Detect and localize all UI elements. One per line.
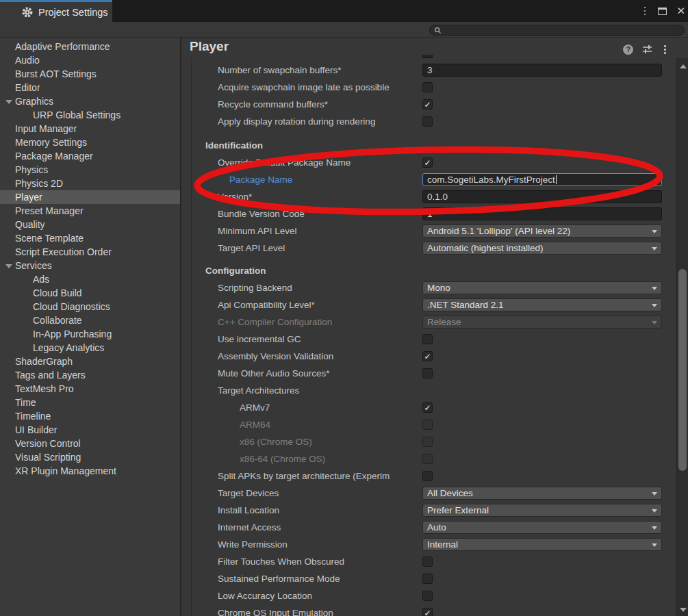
presets-icon[interactable]	[642, 44, 652, 54]
dropdown-caret-icon	[652, 509, 657, 513]
checkbox-unchecked[interactable]	[422, 471, 433, 481]
sidebar-item-tags-and-layers[interactable]: Tags and Layers	[0, 368, 180, 382]
dropdown[interactable]: Mono	[422, 281, 662, 294]
sidebar-item-in-app-purchasing[interactable]: In-App Purchasing	[0, 327, 180, 341]
dropdown-value: Release	[427, 317, 461, 327]
dropdown-value: .NET Standard 2.1	[427, 300, 504, 310]
sidebar-item-xr-plugin-management[interactable]: XR Plugin Management	[0, 464, 180, 478]
setting-row-assembly-version-validation: Assembly Version Validation✓	[192, 348, 674, 365]
sidebar-item-scene-template[interactable]: Scene Template	[0, 231, 180, 245]
dropdown[interactable]: Prefer External	[422, 504, 662, 517]
sidebar-item-preset-manager[interactable]: Preset Manager	[0, 204, 180, 218]
sidebar-item-graphics[interactable]: Graphics	[0, 94, 180, 108]
section-header: Configuration	[205, 262, 421, 279]
setting-row-install-location: Install LocationPrefer External	[192, 502, 674, 519]
sidebar-item-cloud-diagnostics[interactable]: Cloud Diagnostics	[0, 300, 180, 313]
sidebar-item-label: Scene Template	[15, 233, 84, 244]
sidebar-item-label: Cloud Diagnostics	[33, 301, 110, 312]
checkbox-unchecked[interactable]	[422, 368, 433, 378]
text-field[interactable]: 0.1.0	[422, 190, 662, 203]
sidebar-item-label: XR Plugin Management	[15, 465, 116, 476]
checkbox-unchecked[interactable]	[422, 574, 433, 584]
checkbox-unchecked[interactable]	[422, 591, 433, 601]
sidebar-item-shadergraph[interactable]: ShaderGraph	[0, 355, 180, 368]
setting-label: Package Name	[229, 171, 421, 188]
scroll-down-arrow-icon[interactable]	[680, 608, 687, 612]
sidebar-item-script-execution-order[interactable]: Script Execution Order	[0, 245, 180, 259]
sidebar-item-urp-global-settings[interactable]: URP Global Settings	[0, 108, 180, 122]
sidebar-item-ads[interactable]: Ads	[0, 272, 180, 286]
sidebar-item-collaborate[interactable]: Collaborate	[0, 313, 180, 327]
checkbox-unchecked[interactable]	[422, 334, 433, 344]
setting-row-chrome-os-input-emulation: Chrome OS Input Emulation✓	[192, 604, 674, 616]
scroll-up-arrow-icon[interactable]	[680, 64, 687, 68]
sidebar-item-label: Script Execution Order	[15, 246, 112, 257]
tab-project-settings[interactable]: Project Settings	[0, 0, 112, 22]
checkbox-checked[interactable]: ✓	[422, 402, 433, 413]
sidebar-item-ui-builder[interactable]: UI Builder	[0, 423, 180, 437]
sidebar-item-label: ShaderGraph	[15, 356, 73, 367]
sidebar-item-services[interactable]: Services	[0, 259, 180, 272]
setting-row-target-api-level: Target API LevelAutomatic (highest insta…	[192, 240, 674, 257]
sidebar-item-burst-aot-settings[interactable]: Burst AOT Settings	[0, 67, 180, 81]
setting-label: Install Location	[218, 502, 421, 519]
dropdown-caret-icon	[652, 304, 657, 307]
sidebar-item-visual-scripting[interactable]: Visual Scripting	[0, 450, 180, 464]
panel-menu-icon[interactable]	[661, 42, 669, 57]
sidebar-item-label: Time	[15, 397, 36, 408]
setting-label: Number of swapchain buffers*	[218, 62, 421, 79]
sidebar-item-version-control[interactable]: Version Control	[0, 437, 180, 450]
checkbox-checked[interactable]: ✓	[422, 351, 433, 361]
sidebar-item-textmesh-pro[interactable]: TextMesh Pro	[0, 382, 180, 396]
sidebar-item-label: Services	[15, 260, 52, 271]
sidebar-item-label: Adaptive Performance	[15, 41, 110, 52]
sidebar-item-audio[interactable]: Audio	[0, 53, 180, 67]
dropdown[interactable]: .NET Standard 2.1	[422, 298, 662, 311]
sidebar-item-legacy-analytics[interactable]: Legacy Analytics	[0, 341, 180, 355]
text-field[interactable]: 3	[422, 64, 662, 77]
section-header: Identification	[205, 137, 421, 154]
checkbox-unchecked[interactable]	[422, 82, 433, 92]
dropdown[interactable]: Internal	[422, 538, 662, 551]
setting-label: Scripting Backend	[218, 279, 421, 296]
text-field[interactable]: com.SogetiLabs.MyFirstProject	[422, 173, 662, 186]
maximize-button[interactable]	[658, 8, 667, 15]
window-menu-button[interactable]	[641, 4, 649, 18]
checkbox-unchecked[interactable]	[422, 556, 433, 567]
sidebar-item-package-manager[interactable]: Package Manager	[0, 149, 180, 163]
dropdown-caret-icon	[652, 492, 657, 496]
chevron-down-icon[interactable]	[5, 100, 12, 104]
sidebar-item-time[interactable]: Time	[0, 396, 180, 409]
dropdown[interactable]: Automatic (highest installed)	[422, 242, 662, 255]
checkbox-checked[interactable]: ✓	[422, 608, 433, 616]
sidebar-item-player[interactable]: Player	[0, 190, 180, 204]
sidebar-item-cloud-build[interactable]: Cloud Build	[0, 286, 180, 300]
sidebar-item-physics-2d[interactable]: Physics 2D	[0, 177, 180, 190]
sidebar-item-physics[interactable]: Physics	[0, 163, 180, 177]
sidebar-item-timeline[interactable]: Timeline	[0, 409, 180, 423]
close-button[interactable]: ✕	[676, 6, 685, 16]
search-input[interactable]	[442, 25, 667, 35]
sidebar-item-editor[interactable]: Editor	[0, 81, 180, 94]
dropdown-value: Prefer External	[427, 505, 489, 515]
setting-label: Api Compatibility Level*	[218, 296, 421, 313]
dropdown[interactable]: All Devices	[422, 487, 662, 500]
sidebar-item-memory-settings[interactable]: Memory Settings	[0, 136, 180, 149]
checkbox-checked[interactable]: ✓	[422, 99, 433, 110]
search-field[interactable]	[429, 25, 685, 36]
sidebar-item-label: URP Global Settings	[33, 110, 120, 120]
dropdown[interactable]: Android 5.1 'Lollipop' (API level 22)	[422, 224, 662, 238]
sidebar-item-input-manager[interactable]: Input Manager	[0, 122, 180, 136]
checkbox-checked[interactable]: ✓	[422, 157, 433, 168]
dropdown[interactable]: Auto	[422, 521, 662, 534]
chevron-down-icon[interactable]	[5, 264, 12, 268]
sidebar-item-adaptive-performance[interactable]: Adaptive Performance	[0, 40, 180, 53]
setting-label: Acquire swapchain image late as possible	[218, 79, 421, 96]
sidebar-item-quality[interactable]: Quality	[0, 218, 180, 231]
help-icon[interactable]: ?	[623, 44, 633, 55]
scrollbar-thumb[interactable]	[678, 269, 687, 471]
text-field[interactable]: 1	[422, 207, 662, 220]
checkbox-unchecked[interactable]	[422, 116, 433, 127]
setting-label: Low Accuracy Location	[218, 587, 421, 604]
setting-row-armv7: ARMv7✓	[192, 399, 674, 416]
